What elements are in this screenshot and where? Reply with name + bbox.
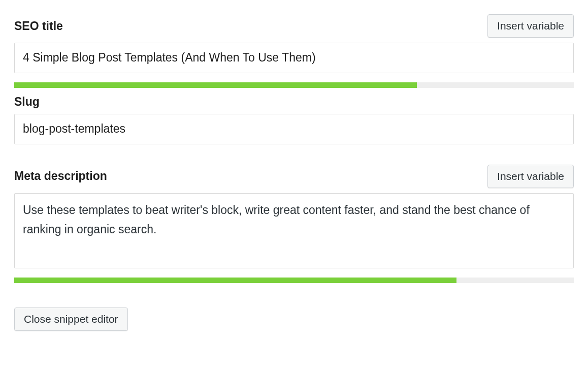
meta-description-progress-fill <box>14 278 456 283</box>
slug-label: Slug <box>14 95 574 109</box>
seo-title-header-row: SEO title Insert variable <box>14 14 574 38</box>
close-snippet-editor-button[interactable]: Close snippet editor <box>14 308 128 331</box>
meta-description-progress-bar <box>14 278 574 283</box>
meta-description-label: Meta description <box>14 169 107 183</box>
seo-title-section: SEO title Insert variable <box>14 14 574 88</box>
seo-title-input[interactable] <box>14 43 574 73</box>
slug-section: Slug <box>14 95 574 144</box>
seo-title-label: SEO title <box>14 19 63 33</box>
meta-description-section: Meta description Insert variable <box>14 165 574 283</box>
seo-title-progress-bar <box>14 82 574 88</box>
insert-variable-button-seo-title[interactable]: Insert variable <box>487 14 574 38</box>
seo-title-progress-fill <box>14 82 417 88</box>
slug-input[interactable] <box>14 114 574 144</box>
close-button-row: Close snippet editor <box>14 308 574 331</box>
meta-description-input[interactable] <box>14 193 574 268</box>
insert-variable-button-meta-description[interactable]: Insert variable <box>487 165 574 188</box>
meta-description-header-row: Meta description Insert variable <box>14 165 574 188</box>
